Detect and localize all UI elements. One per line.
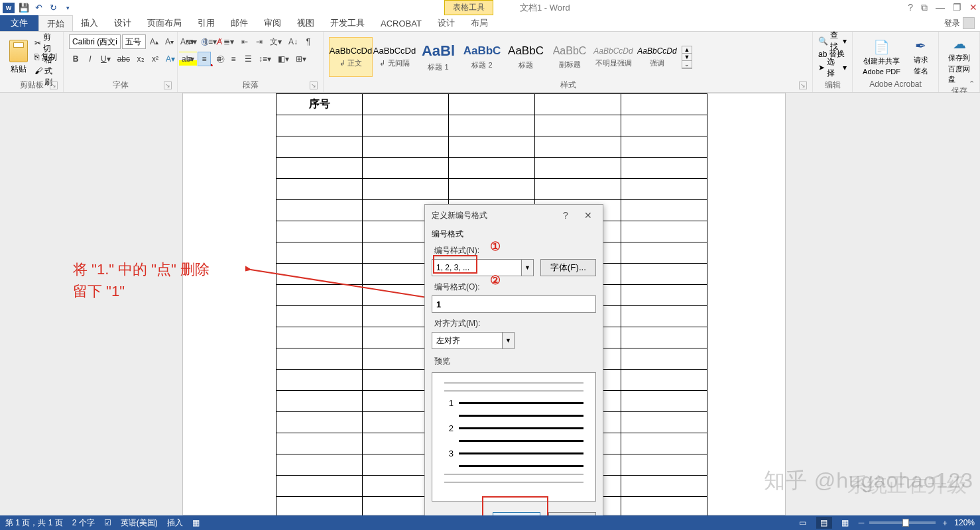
table-cell[interactable] — [363, 136, 449, 158]
spell-check-icon[interactable]: ☑ — [104, 518, 111, 527]
table-cell[interactable] — [535, 136, 621, 158]
tab-table-design[interactable]: 设计 — [430, 15, 463, 31]
zoom-out-button[interactable]: ─ — [859, 518, 865, 527]
style-item[interactable]: AaBbC副标题 — [548, 37, 591, 77]
table-cell[interactable] — [535, 179, 621, 200]
dialog-launcher-icon[interactable]: ↘ — [799, 81, 807, 89]
font-size-select[interactable]: 五号 — [122, 34, 146, 49]
login-button[interactable]: 登录 — [939, 15, 980, 31]
style-item[interactable]: AaBbCcDd↲ 正文 — [329, 37, 373, 77]
grow-font-button[interactable]: A▴ — [147, 34, 161, 49]
paste-button[interactable]: 粘贴 — [5, 36, 32, 78]
table-cell[interactable] — [621, 94, 707, 115]
table-cell[interactable] — [276, 200, 363, 221]
style-item[interactable]: AaBbCcDd不明显强调 — [591, 37, 635, 77]
find-button[interactable]: 🔍查找▾ — [818, 34, 847, 47]
qat-dropdown-icon[interactable]: ▾ — [62, 3, 73, 13]
table-cell[interactable] — [276, 412, 363, 433]
table-cell[interactable] — [621, 242, 707, 264]
decrease-indent-button[interactable]: ⇤ — [238, 34, 251, 49]
table-cell[interactable] — [276, 306, 363, 327]
table-cell[interactable] — [621, 179, 707, 200]
shrink-font-button[interactable]: A▾ — [162, 34, 176, 49]
table-cell[interactable] — [621, 370, 707, 391]
table-cell[interactable] — [621, 433, 707, 454]
tab-home[interactable]: 开始 — [38, 15, 73, 31]
text-effects-button[interactable]: A▾ — [163, 52, 178, 66]
show-marks-button[interactable]: ¶ — [302, 34, 315, 49]
dialog-launcher-icon[interactable]: ↘ — [50, 81, 58, 89]
multilevel-button[interactable]: ≣▾ — [221, 34, 237, 49]
alignment-select[interactable]: 左对齐 ▼ — [432, 332, 515, 349]
sort-button[interactable]: A↓ — [286, 34, 300, 49]
request-sign-button[interactable]: ✒ 请求 签名 — [910, 36, 932, 78]
table-cell[interactable] — [276, 136, 363, 158]
table-cell[interactable] — [276, 327, 363, 348]
align-right-button[interactable]: ≡ — [212, 52, 225, 66]
table-cell[interactable] — [276, 454, 363, 476]
more-icon[interactable]: ⌄ — [682, 61, 692, 68]
strike-button[interactable]: abc — [115, 52, 133, 66]
tab-developer[interactable]: 开发工具 — [322, 15, 373, 31]
table-cell[interactable] — [621, 391, 707, 412]
format-painter-button[interactable]: 🖌格式刷 — [34, 64, 58, 78]
table-cell[interactable] — [621, 200, 707, 221]
align-center-button[interactable]: ≡ — [198, 52, 211, 66]
tab-acrobat[interactable]: ACROBAT — [373, 15, 430, 31]
dialog-launcher-icon[interactable]: ↘ — [164, 81, 172, 89]
dialog-help-button[interactable]: ? — [558, 210, 574, 221]
number-format-input[interactable] — [432, 295, 596, 313]
table-cell[interactable] — [535, 94, 621, 115]
table-cell[interactable] — [449, 136, 535, 158]
table-cell[interactable] — [535, 115, 621, 136]
font-button[interactable]: 字体(F)... — [540, 259, 596, 276]
tab-mailings[interactable]: 邮件 — [223, 15, 256, 31]
table-cell[interactable] — [449, 115, 535, 136]
close-button[interactable]: ✕ — [969, 2, 977, 13]
table-cell[interactable] — [621, 497, 707, 516]
font-name-select[interactable]: Calibri (西文i — [69, 34, 121, 49]
tab-table-layout[interactable]: 布局 — [463, 15, 496, 31]
table-cell[interactable] — [276, 115, 363, 136]
table-cell[interactable] — [449, 179, 535, 200]
table-cell[interactable] — [276, 433, 363, 454]
dialog-title-bar[interactable]: 定义新编号格式 ? ✕ — [425, 205, 603, 226]
select-button[interactable]: ➤选择▾ — [818, 61, 847, 74]
table-cell[interactable] — [621, 158, 707, 179]
table-cell[interactable] — [621, 285, 707, 306]
table-cell[interactable] — [535, 158, 621, 179]
subscript-button[interactable]: x₂ — [134, 52, 147, 66]
redo-icon[interactable]: ↻ — [48, 3, 58, 13]
increase-indent-button[interactable]: ⇥ — [253, 34, 266, 49]
number-style-select[interactable]: 1, 2, 3, ... ▼ — [432, 259, 534, 276]
macro-icon[interactable]: ▦ — [192, 518, 200, 527]
collapse-ribbon-button[interactable]: ⌃ — [965, 78, 977, 89]
table-cell[interactable] — [621, 476, 707, 497]
table-cell[interactable] — [621, 454, 707, 476]
table-cell[interactable] — [276, 221, 363, 242]
read-mode-button[interactable]: ▭ — [795, 517, 811, 529]
table-cell[interactable] — [363, 179, 449, 200]
underline-button[interactable]: U▾ — [98, 52, 113, 66]
numbering-button[interactable]: 1≡▾ — [201, 34, 219, 49]
table-cell[interactable] — [276, 476, 363, 497]
align-left-button[interactable]: ≡ — [183, 52, 196, 66]
table-cell[interactable] — [621, 115, 707, 136]
table-cell[interactable] — [276, 370, 363, 391]
style-item[interactable]: AaBl标题 1 — [416, 37, 460, 77]
help-button[interactable]: ? — [908, 2, 913, 13]
tab-insert[interactable]: 插入 — [73, 15, 106, 31]
table-cell[interactable] — [276, 158, 363, 179]
bold-button[interactable]: B — [69, 52, 82, 66]
table-cell[interactable] — [276, 179, 363, 200]
asian-layout-button[interactable]: 文▾ — [267, 34, 284, 49]
web-layout-button[interactable]: ▦ — [837, 517, 853, 529]
table-cell[interactable] — [276, 242, 363, 264]
tab-review[interactable]: 审阅 — [256, 15, 289, 31]
zoom-in-button[interactable]: ＋ — [941, 517, 949, 529]
table-cell[interactable] — [621, 136, 707, 158]
italic-button[interactable]: I — [84, 52, 97, 66]
undo-icon[interactable]: ↶ — [33, 3, 44, 13]
insert-mode[interactable]: 插入 — [167, 517, 183, 529]
table-cell[interactable] — [276, 264, 363, 285]
